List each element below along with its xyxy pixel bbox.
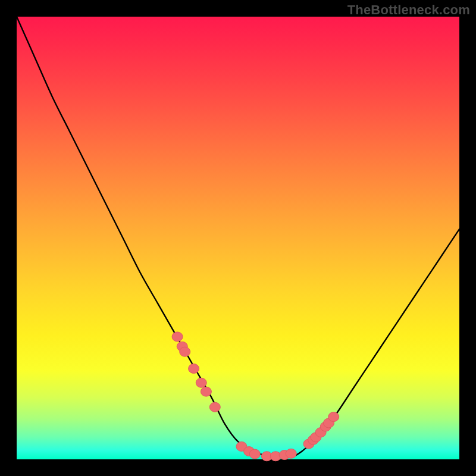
data-marker — [209, 402, 220, 412]
plot-area — [17, 17, 459, 459]
data-marker — [328, 412, 339, 422]
data-marker — [249, 449, 260, 459]
chart-frame: TheBottleneck.com — [0, 0, 476, 476]
data-marker — [180, 347, 190, 356]
curve-markers — [172, 332, 339, 461]
data-marker — [286, 449, 296, 458]
data-marker — [196, 378, 206, 387]
data-marker — [172, 332, 183, 342]
data-marker — [189, 364, 199, 373]
chart-svg — [17, 17, 459, 459]
watermark-text: TheBottleneck.com — [347, 2, 470, 18]
bottleneck-curve — [17, 17, 459, 457]
data-marker — [201, 387, 211, 396]
